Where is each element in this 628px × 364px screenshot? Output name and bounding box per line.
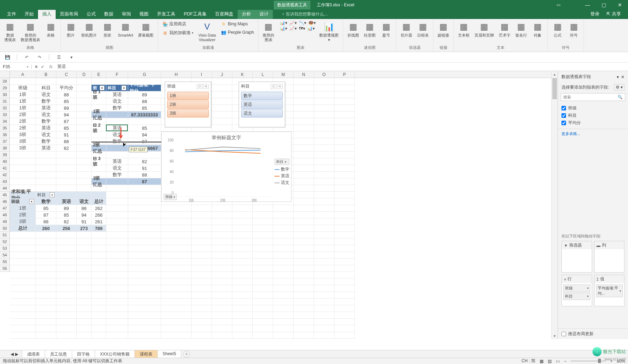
filters-area[interactable]: ▼ 筛选器 [561,241,592,273]
close-button[interactable]: ✕ [612,0,628,10]
cell[interactable]: 3班 汇总 [92,178,106,185]
cell[interactable] [161,299,191,305]
cell[interactable] [77,312,92,319]
cell[interactable] [273,305,294,312]
row-header[interactable]: 47 [0,205,10,212]
cell[interactable]: 总计 [10,225,36,232]
cell[interactable] [92,299,106,305]
cell[interactable] [334,218,355,225]
cell[interactable]: 语文 [36,91,56,98]
cell[interactable] [314,132,334,138]
pivot-chart[interactable]: 举例标题文字 020406080100 1班2班3班 科目 ▾ 数学英语语文 班… [161,132,291,202]
cell[interactable] [92,272,106,279]
cell[interactable] [212,78,232,85]
ribbon-形状[interactable]: ▦形状 [100,20,114,38]
people-graph[interactable]: 👥People Graph [219,29,255,36]
area-chip[interactable]: 班级▾ [563,285,590,292]
cell[interactable] [232,238,253,245]
cell[interactable] [36,305,56,312]
cell[interactable] [232,299,253,305]
cell[interactable] [314,165,334,172]
axis-field-button[interactable]: 班级 ▾ [164,194,177,200]
cell[interactable] [253,238,273,245]
slicer-item[interactable]: 语文 [241,109,283,117]
cell[interactable] [294,192,314,198]
cell[interactable] [191,299,212,305]
row-header[interactable]: 30 [0,91,10,98]
tab-开发工具[interactable]: 开发工具 [153,9,180,19]
cell[interactable] [334,165,355,172]
cell[interactable] [36,292,56,299]
cell[interactable] [77,252,92,258]
col-header[interactable]: D [77,71,92,78]
col-header[interactable]: B [36,71,56,78]
cell[interactable] [314,105,334,111]
cell[interactable] [314,225,334,232]
cell[interactable] [191,332,212,339]
row-header[interactable]: 33 [0,111,10,118]
ribbon-联机图片[interactable]: ▦联机图片 [80,20,98,38]
row-header[interactable]: 39 [0,152,10,158]
col-header[interactable]: F [106,71,128,78]
col-header[interactable]: I [191,71,212,78]
cell[interactable] [232,218,253,225]
cell[interactable] [334,91,355,98]
cell[interactable] [294,165,314,172]
cell[interactable] [92,238,106,245]
cell[interactable] [191,319,212,325]
cell[interactable] [294,111,314,118]
cell[interactable] [191,232,212,238]
cell[interactable]: 科目▾ [36,192,56,198]
cell[interactable] [56,292,77,299]
cell[interactable] [56,319,77,325]
cell[interactable] [253,299,273,305]
cell[interactable] [10,172,36,178]
cell[interactable] [294,212,314,218]
cell[interactable] [294,272,314,279]
scroll-down-icon[interactable]: ▼ [552,333,558,339]
cell[interactable] [191,285,212,292]
cell[interactable] [273,265,294,272]
cell[interactable]: 2班 汇总 [92,145,106,152]
cell[interactable] [191,272,212,279]
row-header[interactable]: 50 [0,225,10,232]
cell[interactable] [36,285,56,292]
cell[interactable]: 3班 [10,145,36,152]
cell[interactable] [334,238,355,245]
cell[interactable] [77,138,92,145]
cell[interactable] [92,325,106,332]
maximize-button[interactable]: ▢ [596,0,612,10]
cell[interactable] [92,305,106,312]
cell[interactable] [106,252,128,258]
cell[interactable] [191,245,212,252]
cell[interactable] [128,225,161,232]
cell[interactable] [10,305,36,312]
cell[interactable]: 88 [128,172,161,178]
cell[interactable] [161,279,191,285]
cell[interactable] [314,158,334,165]
cell[interactable] [77,285,92,292]
cell[interactable]: 语文 [77,198,92,205]
cell[interactable] [106,332,128,339]
col-header[interactable]: J [212,71,232,78]
cell[interactable] [253,279,273,285]
cell[interactable] [10,165,36,172]
cell[interactable] [191,205,212,212]
view-normal-icon[interactable]: ▦ [540,359,544,364]
cell[interactable] [191,265,212,272]
tab-公式[interactable]: 公式 [82,9,100,19]
cell[interactable] [294,172,314,178]
cell[interactable]: 求和项:平均分 [10,192,36,198]
cell[interactable] [314,232,334,238]
cell[interactable] [161,272,191,279]
cell[interactable] [294,279,314,285]
cell[interactable] [191,258,212,265]
undo-icon[interactable]: ↶ [24,54,30,60]
cell[interactable] [232,212,253,218]
row-header[interactable]: 31 [0,98,10,105]
cell[interactable] [294,332,314,339]
tab-文件[interactable]: 文件 [3,9,20,19]
cell[interactable] [294,198,314,205]
cell[interactable] [212,91,232,98]
cell[interactable] [106,272,128,279]
